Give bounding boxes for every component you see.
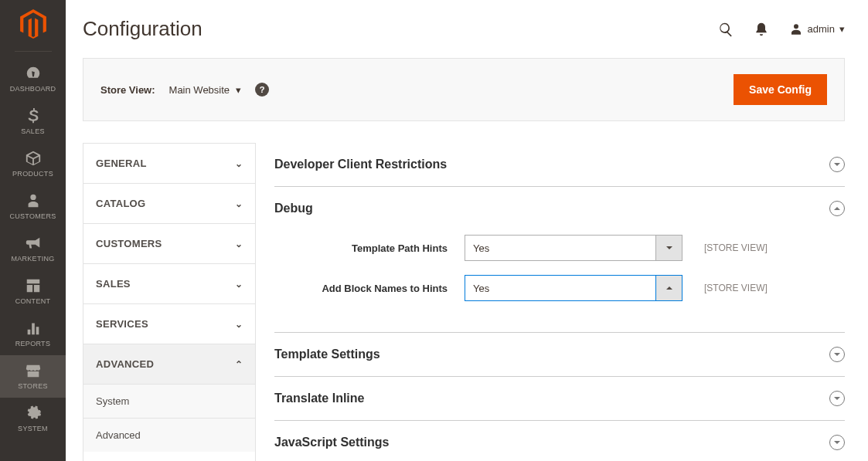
config-sections: Developer Client Restrictions Debug Temp… bbox=[274, 143, 845, 461]
megaphone-icon bbox=[25, 235, 42, 252]
section-title: JavaScript Settings bbox=[274, 436, 390, 449]
page-title: Configuration bbox=[83, 17, 203, 41]
sidebar-item-system[interactable]: SYSTEM bbox=[0, 398, 66, 440]
chevron-down-icon: ⌄ bbox=[235, 158, 243, 169]
section-developer-client-restrictions: Developer Client Restrictions bbox=[274, 143, 845, 187]
field-control: Yes bbox=[465, 275, 682, 301]
bell-icon[interactable] bbox=[754, 22, 769, 37]
field-template-path-hints: Template Path Hints Yes [STORE VIEW] bbox=[274, 235, 845, 261]
section-head[interactable]: JavaScript Settings bbox=[274, 435, 845, 450]
config-nav: GENERAL⌄ CATALOG⌄ CUSTOMERS⌄ SALES⌄ SERV… bbox=[83, 143, 256, 461]
add-block-names-select[interactable]: Yes bbox=[465, 275, 656, 301]
section-head[interactable]: Template Settings bbox=[274, 347, 845, 362]
nav-label: PRODUCTS bbox=[12, 170, 53, 178]
sidebar-item-content[interactable]: CONTENT bbox=[0, 270, 66, 313]
section-debug: Debug Template Path Hints Yes [STORE VIE… bbox=[274, 187, 845, 333]
nav-label: REPORTS bbox=[15, 340, 50, 347]
config-nav-sub-system[interactable]: System bbox=[83, 385, 255, 419]
store-view-select[interactable]: Main Website ▾ bbox=[169, 84, 242, 96]
field-label: Add Block Names to Hints bbox=[274, 283, 465, 294]
dropdown-caret-icon[interactable] bbox=[656, 235, 682, 261]
section-javascript-settings: JavaScript Settings bbox=[274, 421, 845, 461]
scope-bar: Store View: Main Website ▾ ? Save Config bbox=[83, 58, 845, 121]
user-icon bbox=[789, 22, 803, 36]
field-label: Template Path Hints bbox=[274, 242, 465, 254]
section-head[interactable]: Debug bbox=[274, 201, 845, 216]
header-actions: admin ▾ bbox=[718, 22, 845, 37]
save-config-button[interactable]: Save Config bbox=[734, 74, 827, 105]
bar-chart-icon bbox=[25, 320, 42, 337]
gear-icon bbox=[25, 405, 42, 422]
config-nav-sales[interactable]: SALES⌄ bbox=[83, 264, 255, 304]
config-nav-general[interactable]: GENERAL⌄ bbox=[83, 144, 255, 184]
chevron-up-icon bbox=[829, 201, 845, 216]
nav-label: SYSTEM bbox=[18, 425, 48, 432]
store-view-value: Main Website bbox=[169, 84, 230, 96]
chevron-up-icon: ⌃ bbox=[235, 359, 243, 370]
dropdown-caret-icon[interactable] bbox=[656, 275, 682, 301]
nav-label: STORES bbox=[18, 382, 48, 390]
admin-sidebar: DASHBOARD SALES PRODUCTS CUSTOMERS MARKE… bbox=[0, 0, 66, 461]
section-head[interactable]: Developer Client Restrictions bbox=[274, 157, 845, 172]
chevron-down-icon bbox=[829, 347, 845, 362]
sidebar-item-dashboard[interactable]: DASHBOARD bbox=[0, 58, 66, 100]
help-icon[interactable]: ? bbox=[255, 83, 269, 97]
sidebar-item-marketing[interactable]: MARKETING bbox=[0, 228, 66, 270]
sidebar-item-customers[interactable]: CUSTOMERS bbox=[0, 185, 66, 228]
sidebar-item-stores[interactable]: STORES bbox=[0, 355, 66, 398]
scope-left: Store View: Main Website ▾ ? bbox=[100, 83, 269, 97]
dollar-icon bbox=[25, 107, 42, 124]
config-nav-services[interactable]: SERVICES⌄ bbox=[83, 304, 255, 344]
field-add-block-names: Add Block Names to Hints Yes [STORE VIEW… bbox=[274, 275, 845, 301]
layout-icon bbox=[25, 277, 42, 294]
config-nav-advanced[interactable]: ADVANCED⌃ bbox=[83, 344, 255, 385]
chevron-down-icon: ⌄ bbox=[235, 239, 243, 249]
chevron-down-icon: ⌄ bbox=[235, 319, 243, 330]
sidebar-item-reports[interactable]: REPORTS bbox=[0, 313, 66, 355]
nav-label: CONTENT bbox=[15, 297, 51, 305]
chevron-down-icon: ⌄ bbox=[235, 198, 243, 209]
page-header: Configuration admin ▾ bbox=[83, 17, 845, 41]
person-icon bbox=[25, 192, 42, 209]
nav-label: MARKETING bbox=[11, 255, 54, 263]
sidebar-item-sales[interactable]: SALES bbox=[0, 100, 66, 143]
nav-label: CUSTOMERS bbox=[9, 212, 56, 220]
chevron-down-icon: ⌄ bbox=[235, 279, 243, 290]
field-scope: [STORE VIEW] bbox=[704, 242, 768, 253]
store-view-label: Store View: bbox=[100, 84, 155, 96]
section-translate-inline: Translate Inline bbox=[274, 377, 845, 421]
section-template-settings: Template Settings bbox=[274, 333, 845, 377]
user-menu[interactable]: admin ▾ bbox=[789, 22, 845, 36]
chevron-down-icon: ▾ bbox=[839, 23, 845, 35]
user-name: admin bbox=[808, 23, 835, 35]
template-path-hints-select[interactable]: Yes bbox=[465, 235, 656, 261]
section-title: Developer Client Restrictions bbox=[274, 158, 447, 171]
sidebar-divider bbox=[15, 51, 52, 52]
chevron-down-icon: ▾ bbox=[236, 84, 241, 96]
main-content: Configuration admin ▾ Store View: Main W… bbox=[66, 0, 868, 461]
config-nav-sub-advanced[interactable]: Advanced bbox=[83, 419, 255, 452]
field-control: Yes bbox=[465, 235, 682, 261]
config-nav-customers[interactable]: CUSTOMERS⌄ bbox=[83, 224, 255, 264]
section-body: Template Path Hints Yes [STORE VIEW] Add… bbox=[274, 216, 845, 318]
search-icon[interactable] bbox=[718, 22, 734, 37]
storefront-icon bbox=[25, 362, 42, 379]
magento-logo-icon bbox=[19, 9, 48, 39]
config-content: GENERAL⌄ CATALOG⌄ CUSTOMERS⌄ SALES⌄ SERV… bbox=[83, 143, 845, 461]
chevron-down-icon bbox=[829, 157, 845, 172]
chevron-down-icon bbox=[829, 435, 845, 450]
gauge-icon bbox=[25, 65, 42, 82]
chevron-down-icon bbox=[829, 391, 845, 406]
section-title: Debug bbox=[274, 202, 313, 215]
config-nav-catalog[interactable]: CATALOG⌄ bbox=[83, 184, 255, 224]
nav-label: SALES bbox=[21, 127, 45, 135]
section-head[interactable]: Translate Inline bbox=[274, 391, 845, 406]
sidebar-item-products[interactable]: PRODUCTS bbox=[0, 143, 66, 185]
field-scope: [STORE VIEW] bbox=[704, 283, 768, 293]
section-title: Translate Inline bbox=[274, 392, 364, 405]
nav-label: DASHBOARD bbox=[10, 85, 56, 93]
section-title: Template Settings bbox=[274, 347, 380, 361]
box-icon bbox=[25, 150, 42, 167]
